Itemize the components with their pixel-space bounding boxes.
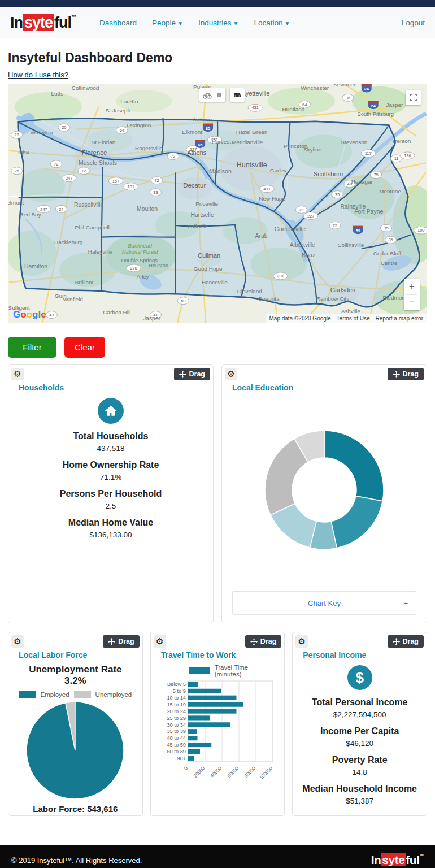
svg-text:25 to 29: 25 to 29 [167,715,186,721]
stat-label: Poverty Rate [302,755,417,765]
drag-label: Drag [118,637,134,645]
svg-text:Trenton: Trenton [392,138,411,144]
stat-label: Income Per Capita [302,726,417,736]
gear-icon[interactable]: ⚙ [295,635,308,648]
top-accent-strip [0,0,435,7]
stat-block: Total Households437,518 [18,431,204,453]
google-map[interactable]: 2520644316436257224772157101723324724251… [8,84,427,323]
zoom-out-button[interactable]: − [404,295,420,311]
help-link[interactable]: How do I use this? [8,71,68,79]
gear-icon[interactable]: ⚙ [11,368,24,380]
clear-button[interactable]: Clear [64,337,105,358]
google-logo[interactable]: Google [13,309,46,320]
filter-actions: Filter Clear [8,337,427,358]
map-travel-mode-control[interactable] [199,88,225,102]
svg-text:24: 24 [364,86,369,92]
employed-label: Employed [40,691,69,698]
svg-text:Carbon Hill: Carbon Hill [103,309,130,315]
nav-link-location[interactable]: Location▼ [254,19,290,27]
svg-text:157: 157 [112,179,119,184]
drag-handle[interactable]: Drag [245,635,281,648]
svg-text:Priceville: Priceville [195,201,218,207]
nav-link-people[interactable]: People▼ [152,19,183,27]
chart-key-accordion[interactable]: Chart Key + [232,591,416,615]
svg-text:Mentone: Mentone [379,188,401,194]
stat-value: $136,133.00 [18,531,204,539]
svg-text:65: 65 [206,126,210,131]
drag-handle[interactable]: Drag [388,635,424,648]
stat-label: Median Household Income [302,784,417,794]
svg-text:30 to 34: 30 to 34 [167,722,186,728]
svg-text:Collinwood: Collinwood [72,85,99,91]
logo-trademark: ™ [420,853,424,858]
svg-text:Skyline: Skyline [303,146,322,153]
svg-text:Harvest: Harvest [212,138,231,145]
map-data-credit: Map data ©2020 Google [269,315,330,322]
insyteful-logo[interactable]: Insyteful™ [10,14,76,32]
move-icon [393,371,400,378]
svg-text:Hartselle: Hartselle [191,212,214,218]
svg-text:Russellville: Russellville [74,202,103,208]
svg-text:75: 75 [374,172,379,177]
gear-icon[interactable]: ⚙ [154,635,166,648]
stat-value: $51,387 [302,797,417,805]
map-fullscreen-button[interactable] [406,90,421,105]
svg-text:Rainbow City: Rainbow City [316,296,350,302]
map-driving-mode-button[interactable] [230,88,245,102]
fullscreen-icon [410,94,417,101]
employed-swatch [19,691,36,698]
nav-link-industries[interactable]: Industries▼ [198,19,238,27]
svg-text:35: 35 [388,237,393,242]
svg-text:69: 69 [181,298,185,303]
logout-link[interactable]: Logout [402,19,425,27]
drag-handle[interactable]: Drag [388,368,424,380]
svg-text:Iuka: Iuka [18,149,29,155]
svg-text:20000: 20000 [192,765,206,779]
labor-pie-chart [25,700,125,801]
svg-text:Albertville: Albertville [290,242,315,248]
google-logo-letter: o [20,309,26,320]
svg-text:247: 247 [40,207,47,212]
svg-text:10 to 14: 10 to 14 [167,695,186,701]
car-icon [233,92,242,98]
households-stats: Total Households437,518Home Ownership Ra… [18,431,204,539]
svg-text:35: 35 [335,192,340,197]
drag-handle[interactable]: Drag [174,368,210,380]
svg-text:Gadsden: Gadsden [330,287,355,293]
stat-value: 14.8 [302,768,417,776]
zoom-in-button[interactable]: + [404,279,420,294]
svg-text:227: 227 [307,214,314,219]
stat-block: Income Per Capita$46,120 [302,726,417,748]
expand-icon: + [403,599,408,607]
svg-text:Lutts: Lutts [51,90,64,97]
report-error-link[interactable]: Report a map error [376,315,423,322]
footer: © 2019 Insyteful™. All Rights Reserved. … [0,845,435,868]
svg-text:60 to 89: 60 to 89 [167,749,186,754]
nav-link-dashboard[interactable]: Dashboard [99,19,137,27]
stat-value: 71.1% [18,473,204,481]
svg-text:Athens: Athens [187,149,207,156]
svg-text:Florence: Florence [82,149,107,156]
svg-text:45 to 59: 45 to 59 [167,742,186,748]
svg-text:80000: 80000 [243,765,256,779]
svg-text:0: 0 [183,765,189,771]
stat-block: Median Household Income$51,387 [302,784,417,805]
svg-text:Jasper: Jasper [386,102,404,108]
copyright-text: © 2019 Insyteful™. All Rights Reserved. [11,856,142,865]
local-labor-force-card: ⚙ Drag Local Labor Force Unemployment Ra… [8,632,143,816]
gear-icon[interactable]: ⚙ [11,635,24,648]
terms-of-use-link[interactable]: Terms of Use [337,315,370,322]
bicycle-icon [203,91,212,99]
svg-text:43: 43 [49,313,54,318]
svg-text:20 to 24: 20 to 24 [167,709,186,714]
card-title: Local Education [232,383,417,392]
filter-button[interactable]: Filter [8,337,56,358]
drag-label: Drag [403,370,419,378]
gear-icon[interactable]: ⚙ [225,368,237,380]
svg-text:90+: 90+ [177,756,186,761]
unemployment-rate-headline: Unemployment Rate 3.2% [18,664,133,687]
drag-handle[interactable]: Drag [103,635,139,648]
logo-trademark: ™ [71,14,76,20]
svg-text:Huntland: Huntland [282,106,304,112]
logo-highlight: syte [23,14,54,31]
